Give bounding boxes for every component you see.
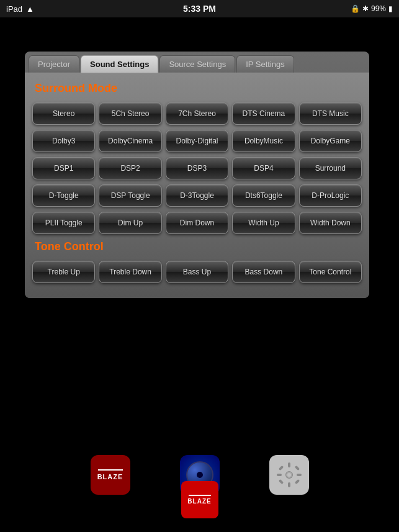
btn-bass-up[interactable]: Bass Up: [166, 261, 228, 283]
btn-d3-toggle[interactable]: D-3Toggle: [166, 184, 228, 207]
btn-dts-music[interactable]: DTS Music: [299, 102, 362, 125]
tab-ip-settings[interactable]: IP Settings: [236, 55, 294, 73]
surround-row-3: DSP1 DSP2 DSP3 DSP4 Surround: [32, 157, 362, 179]
blaze-text: BLAZE: [97, 473, 123, 480]
main-content: Projector Sound Settings Source Settings…: [0, 17, 399, 532]
btn-dim-up[interactable]: Dim Up: [99, 212, 161, 234]
btn-dolby-music[interactable]: DolbyMusic: [232, 130, 295, 152]
btn-dsp4[interactable]: DSP4: [232, 157, 295, 179]
dock-icon-blaze[interactable]: BLAZE: [91, 455, 130, 495]
btn-dsp1[interactable]: DSP1: [32, 157, 95, 179]
btn-5ch-stereo[interactable]: 5Ch Stereo: [99, 102, 161, 125]
btn-dolby-digital[interactable]: Dolby-Digital: [166, 130, 228, 152]
svg-rect-1: [288, 462, 290, 467]
tab-panel: Projector Sound Settings Source Settings…: [25, 52, 369, 298]
svg-rect-3: [277, 474, 282, 476]
btn-treble-up[interactable]: Treble Up: [32, 261, 95, 283]
status-time: 5:33 PM: [183, 4, 216, 14]
btn-width-up[interactable]: Width Up: [232, 212, 295, 234]
bottom-blaze-icon[interactable]: BLAZE: [181, 481, 218, 518]
surround-row-4: D-Toggle DSP Toggle D-3Toggle Dts6Toggle…: [32, 184, 362, 207]
svg-rect-7: [278, 479, 283, 484]
device-label: iPad: [6, 4, 22, 14]
svg-rect-6: [294, 466, 299, 471]
blaze-line: [98, 469, 123, 471]
surround-row-5: PLII Toggle Dim Up Dim Down Width Up Wid…: [32, 212, 362, 234]
wifi-icon: ▲: [26, 4, 34, 14]
surround-row-1: Stereo 5Ch Stereo 7Ch Stereo DTS Cinema …: [32, 102, 362, 125]
btn-dolby-game[interactable]: DolbyGame: [299, 130, 362, 152]
btn-dsp3[interactable]: DSP3: [166, 157, 228, 179]
svg-rect-8: [294, 479, 299, 484]
bottom-blaze-line: [189, 495, 211, 496]
btn-dsp2[interactable]: DSP2: [99, 157, 161, 179]
battery-label: 99%: [371, 4, 386, 13]
lock-icon: 🔒: [351, 4, 360, 13]
btn-plii-toggle[interactable]: PLII Toggle: [32, 212, 95, 234]
surround-row-2: Dolby3 DolbyCinema Dolby-Digital DolbyMu…: [32, 130, 362, 152]
btn-d-toggle[interactable]: D-Toggle: [32, 184, 95, 207]
btn-stereo[interactable]: Stereo: [32, 102, 95, 125]
svg-rect-5: [278, 466, 283, 471]
svg-rect-2: [288, 482, 290, 487]
gear-icon: [276, 461, 303, 489]
bluetooth-icon: ✱: [362, 4, 369, 13]
btn-treble-down[interactable]: Treble Down: [99, 261, 161, 283]
btn-d-prologic[interactable]: D-ProLogic: [299, 184, 362, 207]
tab-source-settings[interactable]: Source Settings: [159, 55, 235, 73]
battery-icon: ▮: [388, 4, 393, 13]
svg-rect-4: [297, 474, 302, 476]
bottom-blaze-text: BLAZE: [187, 498, 211, 505]
tab-projector[interactable]: Projector: [29, 55, 79, 73]
status-bar: iPad ▲ 5:33 PM 🔒 ✱ 99% ▮: [0, 0, 399, 17]
btn-dts6-toggle[interactable]: Dts6Toggle: [232, 184, 295, 207]
btn-width-down[interactable]: Width Down: [299, 212, 362, 234]
dock-icon-settings[interactable]: [269, 455, 309, 495]
tone-control-title: Tone Control: [32, 240, 362, 253]
btn-dim-down[interactable]: Dim Down: [166, 212, 228, 234]
status-right: 🔒 ✱ 99% ▮: [351, 4, 393, 13]
tab-sound-settings[interactable]: Sound Settings: [81, 55, 158, 73]
surround-mode-title: Surround Mode: [32, 82, 362, 95]
tab-content: Surround Mode Stereo 5Ch Stereo 7Ch Ster…: [25, 73, 369, 298]
btn-dolby3[interactable]: Dolby3: [32, 130, 95, 152]
svg-point-10: [287, 473, 291, 477]
tabs-row: Projector Sound Settings Source Settings…: [25, 52, 369, 73]
btn-tone-control[interactable]: Tone Control: [299, 261, 362, 283]
status-left: iPad ▲: [6, 4, 34, 14]
btn-surround[interactable]: Surround: [299, 157, 362, 179]
btn-bass-down[interactable]: Bass Down: [232, 261, 295, 283]
btn-dolby-cinema[interactable]: DolbyCinema: [99, 130, 161, 152]
tone-row-1: Treble Up Treble Down Bass Up Bass Down …: [32, 261, 362, 283]
btn-7ch-stereo[interactable]: 7Ch Stereo: [166, 102, 228, 125]
btn-dts-cinema[interactable]: DTS Cinema: [232, 102, 295, 125]
btn-dsp-toggle[interactable]: DSP Toggle: [99, 184, 161, 207]
